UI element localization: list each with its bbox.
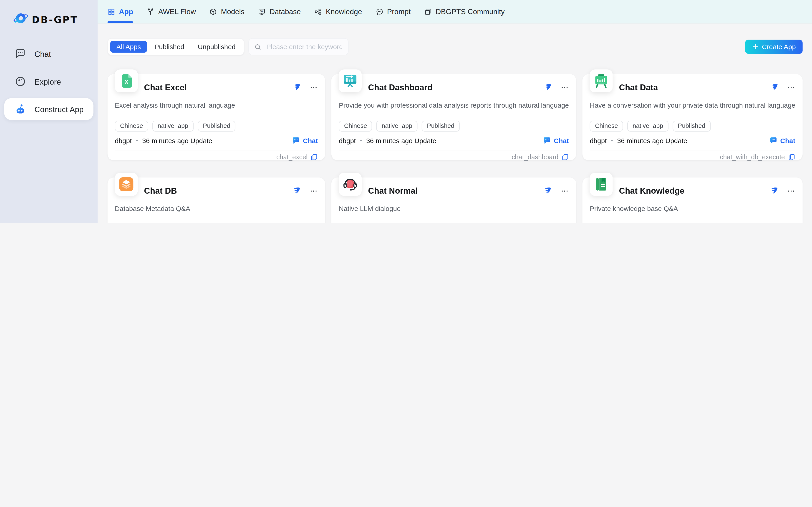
card-owner: dbgpt [115,136,132,144]
sidebar-item-chat[interactable]: Chat [4,43,93,65]
card-title: Chat Normal [368,186,418,196]
headset-icon [342,176,358,192]
dingtalk-share-icon[interactable] [293,83,301,92]
more-menu-icon[interactable] [310,83,318,92]
sidebar-item-label: Chat [34,49,51,58]
tag-pill: Chinese [590,121,623,131]
tab-awel-flow[interactable]: AWEL Flow [147,0,196,23]
sidebar: DB-GPT Chat [0,0,98,223]
tab-models[interactable]: Models [209,0,245,23]
card-meta: dbgpt • 36 minutes ago Update Chat [115,136,318,145]
content-area: All Apps Published Unpublished [98,23,812,223]
tab-label: Database [269,7,301,16]
tab-label: AWEL Flow [158,7,196,16]
card-chat-button[interactable]: Chat [769,136,795,145]
card-header: Chat Excel [115,81,318,95]
tab-dbgpts-community[interactable]: DBGPTS Community [424,0,505,23]
tag-pill: Chinese [339,121,372,131]
tab-database[interactable]: SQL Database [258,0,301,23]
card-header-actions [293,187,318,195]
dingtalk-share-icon[interactable] [770,187,778,195]
prompt-bubble-icon [376,7,383,15]
card-divider [339,150,569,150]
card-chat-button[interactable]: Chat [292,136,318,145]
explore-planet-icon [14,76,26,87]
card-description: Provide you with professional data analy… [339,101,569,110]
card-icon-tile [590,173,613,196]
knowledge-nodes-icon [314,7,322,15]
robot-icon [14,103,26,115]
card-title: Chat Excel [144,83,187,93]
dingtalk-share-icon[interactable] [293,187,301,195]
card-code-text: chat_dashboard [512,154,559,161]
card-header-actions [770,83,795,92]
tag-pill: native_app [376,121,418,131]
card-icon-tile [339,69,362,93]
card-code-row: chat_dashboard [339,154,569,161]
chat-gradient-bubble-icon [769,136,778,145]
sidebar-item-explore[interactable]: Explore [4,70,93,93]
awel-flow-icon [147,7,154,15]
tag-pill: native_app [152,121,194,131]
create-app-button[interactable]: Create App [745,40,802,54]
tab-app[interactable]: App [108,0,133,23]
chat-bubble-icon [14,48,26,59]
tab-prompt[interactable]: Prompt [376,0,411,23]
card-chat-button[interactable]: Chat [543,136,569,145]
more-menu-icon[interactable] [560,187,569,195]
filter-all-apps[interactable]: All Apps [110,41,147,53]
card-header-actions [544,187,569,195]
card-updated: 36 minutes ago Update [366,136,436,144]
app-card-chat_normal[interactable]: Chat Normal Native LLM dialogue Chinesen… [332,177,576,223]
app-card-chat_with_db_qa[interactable]: Chat DB Database Metadata Q&A Chinesenat… [108,177,325,223]
card-header: Chat Knowledge [590,184,795,198]
search-input[interactable] [265,42,343,51]
search-box [249,38,349,55]
more-menu-icon[interactable] [787,83,795,92]
chat-gradient-bubble-icon [543,136,551,145]
card-icon-tile [590,69,613,93]
card-header: Chat Normal [339,184,569,198]
dot-separator: • [136,137,138,144]
data-easel-icon [594,73,609,89]
filter-segmented-control: All Apps Published Unpublished [108,38,245,55]
excel-file-icon: X [119,73,134,89]
cards-grid: X Chat Excel Excel analysis through natu… [108,74,803,223]
card-updated: 36 minutes ago Update [142,136,212,144]
card-divider [590,150,795,150]
tab-label: Knowledge [326,7,362,16]
tab-knowledge[interactable]: Knowledge [314,0,362,23]
logo-planet-icon [12,10,28,28]
card-updated: 36 minutes ago Update [617,136,687,144]
tab-label: App [119,7,133,16]
copy-icon[interactable] [788,154,795,161]
app-card-chat_excel[interactable]: X Chat Excel Excel analysis through natu… [108,74,325,160]
card-code-row: chat_excel [115,154,318,161]
more-menu-icon[interactable] [310,187,318,195]
chat-button-label: Chat [303,136,318,144]
chat-button-label: Chat [780,136,795,144]
chat-gradient-bubble-icon [292,136,301,145]
card-meta: dbgpt • 36 minutes ago Update Chat [590,136,795,145]
more-menu-icon[interactable] [560,83,569,92]
main-area: App AWEL Flow Models [98,0,812,223]
dingtalk-share-icon[interactable] [544,83,552,92]
app-card-chat_dashboard[interactable]: Chat Dashboard Provide you with professi… [332,74,576,160]
app-card-chat_knowledge[interactable]: Chat Knowledge Private knowledge base Q&… [582,177,803,223]
sidebar-item-construct-app[interactable]: Construct App [4,98,93,120]
dingtalk-share-icon[interactable] [544,187,552,195]
dashboard-board-icon [342,73,358,89]
card-title: Chat Dashboard [368,83,433,93]
more-menu-icon[interactable] [787,187,795,195]
tab-label: Models [221,7,245,16]
database-sql-icon: SQL [258,7,266,15]
dingtalk-share-icon[interactable] [770,83,778,92]
filter-unpublished[interactable]: Unpublished [191,41,242,53]
card-title: Chat Knowledge [619,186,684,196]
copy-icon[interactable] [562,154,569,161]
copy-icon[interactable] [311,154,318,161]
app-card-chat_with_db_execute[interactable]: Chat Data Have a conversation with your … [582,74,803,160]
card-meta: dbgpt • 36 minutes ago Update Chat [339,136,569,145]
filter-published[interactable]: Published [148,41,191,53]
card-description: Database Metadata Q&A [115,205,318,213]
